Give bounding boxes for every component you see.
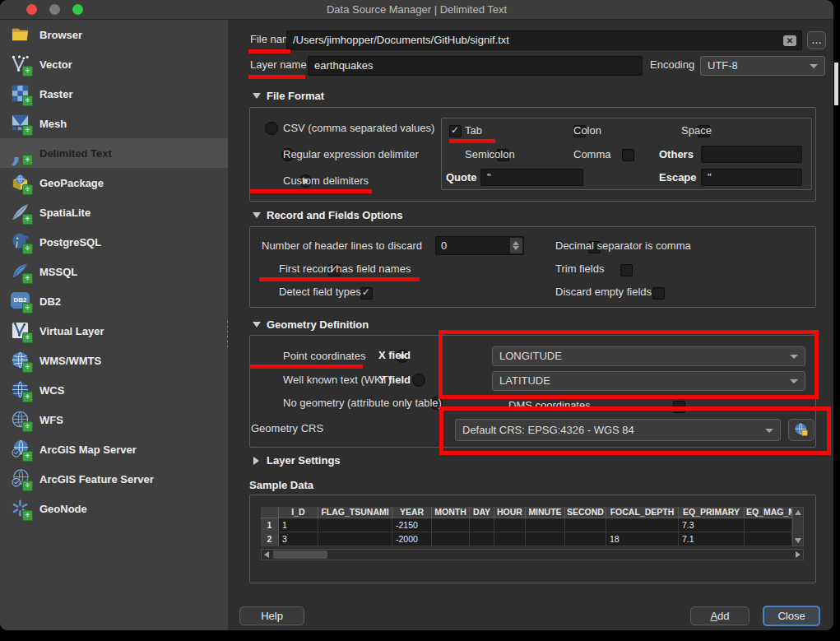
annotation-underline-layer-name [248,75,305,79]
mesh-icon [10,113,31,134]
no-geometry-label: No geometry (attribute only table) [283,397,442,409]
clear-file-icon[interactable] [783,35,796,46]
layer-name-input[interactable]: earthquakes [308,56,643,76]
scroll-right-icon[interactable] [796,551,801,558]
layer-settings-collapse-icon[interactable] [253,457,259,465]
sidebar-item-wcs[interactable]: WCS [0,375,228,405]
plus-badge [22,510,33,521]
csv-radio[interactable] [265,122,278,135]
mssql-sail-icon [10,261,31,282]
sidebar-item-postgresql[interactable]: PostgreSQL [0,227,228,257]
close-button[interactable]: Close [763,606,820,626]
window-title: Data Source Manager | Delimited Text [0,3,833,16]
virtual-layer-icon [10,320,31,341]
help-button[interactable]: Help [239,606,304,625]
annotation-underline-first-record [259,277,420,281]
discard-empty-checkbox[interactable] [652,287,665,300]
plus-badge [22,155,33,165]
plus-badge [22,303,33,314]
wcs-globe-icon [10,379,31,401]
plus-badge [22,392,33,402]
sidebar-item-wfs[interactable]: WFS [0,405,228,434]
arcgis-feature-server-icon [10,468,31,490]
sidebar-item-browser[interactable]: Browser [0,20,228,49]
sidebar-item-db2[interactable]: DB2 [0,286,228,316]
x-field-label: X field [360,349,411,361]
sidebar-item-raster[interactable]: Raster [0,79,228,109]
sidebar-item-geopackage[interactable]: GeoPackage [0,168,228,197]
plus-badge [22,273,33,284]
sidebar-item-virtual-layer[interactable]: Virtual Layer [0,316,228,346]
sidebar-item-arcgis-feature-server[interactable]: ArcGIS Feature Server [0,464,228,494]
quote-input[interactable]: " [480,169,583,186]
plus-badge [22,421,33,432]
scrollbar-thumb[interactable] [273,550,327,559]
sidebar-item-vector[interactable]: Vector [0,49,228,79]
postgresql-elephant-icon [10,231,31,253]
custom-delimiters-label: Custom delimiters [283,174,369,187]
annotation-box-geometry-crs [439,406,831,455]
geometry-crs-label: Geometry CRS [251,422,323,434]
regex-delimiter-label: Regular expression delimiter [283,148,419,160]
sidebar-item-mesh[interactable]: Mesh [0,109,228,138]
table-row: 2 3 -2000 18 7.1 [261,532,804,546]
escape-label: Escape [659,171,697,183]
colon-label: Colon [573,124,601,137]
geometry-collapse-icon[interactable] [253,322,261,327]
trim-fields-checkbox[interactable] [620,264,633,276]
scroll-down-icon[interactable] [795,538,801,543]
discard-empty-label: Discard empty fields [555,286,652,298]
file-name-input[interactable]: /Users/jimhopper/Documents/GitHub/signif… [286,30,802,50]
header-lines-spinbox[interactable]: 0 [435,236,524,255]
layer-settings-title[interactable]: Layer Settings [267,454,341,467]
file-format-collapse-icon[interactable] [253,93,261,99]
db2-icon [10,290,31,312]
folder-icon [10,24,31,45]
tab-label: Tab [465,124,482,137]
add-button[interactable]: Add [690,606,750,625]
scroll-up-icon[interactable] [795,510,801,515]
geopackage-icon [10,172,31,193]
wms-globe-icon [10,350,31,371]
spatialite-feather-icon [10,202,31,223]
sidebar-item-arcgis-map-server[interactable]: ArcGIS Map Server [0,434,228,464]
detect-types-label: Detect field types [279,286,361,298]
sidebar-item-wms-wmts[interactable]: WMS/WMTS [0,346,228,375]
titlebar[interactable]: Data Source Manager | Delimited Text [0,0,833,20]
sidebar-item-delimited-text[interactable]: , Delimited Text [0,138,228,168]
scroll-left-icon[interactable] [264,551,269,558]
encoding-dropdown[interactable]: UTF-8 [700,56,825,76]
others-input[interactable] [701,146,802,163]
table-header-row: I_D FLAG_TSUNAMI YEAR MONTH DAY HOUR MIN… [261,507,804,518]
annotation-underline-tab [449,139,495,143]
geonode-icon [10,498,31,519]
tab-checkbox[interactable] [449,125,462,137]
sidebar-item-mssql[interactable]: MSSQL [0,257,228,286]
comma-checkbox[interactable] [622,149,634,161]
detect-types-checkbox[interactable] [360,287,373,300]
source-type-sidebar: Browser Vector Raster Mesh [0,20,228,630]
record-options-title[interactable]: Record and Fields Options [267,209,402,221]
wkt-radio[interactable] [412,374,425,387]
table-vertical-scrollbar[interactable] [792,507,804,546]
comma-icon: , [10,142,31,164]
plus-badge [22,125,33,136]
geometry-title[interactable]: Geometry Definition [267,318,369,331]
data-source-manager-window: Data Source Manager | Delimited Text Bro… [0,0,833,630]
spinner-arrows[interactable] [510,238,522,253]
browse-file-button[interactable]: … [807,31,826,49]
sidebar-item-spatialite[interactable]: SpatiaLite [0,197,228,227]
sidebar-item-geonode[interactable]: GeoNode [0,494,228,523]
record-options-collapse-icon[interactable] [253,212,261,218]
sample-data-group: I_D FLAG_TSUNAMI YEAR MONTH DAY HOUR MIN… [249,495,816,583]
file-format-title[interactable]: File Format [267,90,324,102]
header-lines-label: Number of header lines to discard [262,239,422,252]
layer-name-label: Layer name [250,58,307,71]
comma-label: Comma [573,148,611,160]
trim-fields-label: Trim fields [555,262,604,275]
plus-badge [22,66,33,77]
plus-badge [22,95,33,106]
semicolon-label: Semicolon [465,148,515,160]
escape-input[interactable]: " [701,169,802,186]
table-horizontal-scrollbar[interactable] [261,549,804,560]
